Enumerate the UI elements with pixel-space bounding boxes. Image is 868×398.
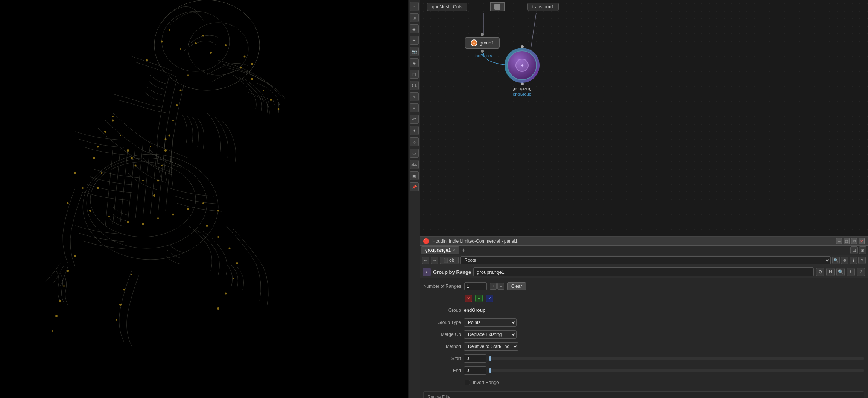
toolbar-diamond-btn[interactable]: ◈ bbox=[410, 58, 419, 67]
nav-back-btn[interactable]: ← bbox=[422, 257, 429, 264]
toolbar-arrows-btn[interactable]: ⊹ bbox=[410, 137, 419, 146]
props-content: Number of Ranges + − Clear ✕ + ✓ Group e… bbox=[420, 278, 868, 398]
check-action-icon[interactable]: ✓ bbox=[486, 295, 493, 302]
end-slider[interactable] bbox=[489, 369, 864, 372]
svg-point-62 bbox=[164, 149, 167, 152]
node-graph[interactable]: gonMesh_Cuts transform1 ● group1 startPo… bbox=[420, 0, 868, 236]
nav-forward-btn[interactable]: → bbox=[431, 257, 438, 264]
invert-range-checkbox[interactable] bbox=[465, 380, 470, 385]
maximize2-btn[interactable]: ⧉ bbox=[851, 238, 857, 244]
tab-view-btn1[interactable]: ⊡ bbox=[850, 246, 858, 254]
svg-point-8 bbox=[202, 35, 204, 37]
group-type-select[interactable]: Points Edges Primitives bbox=[464, 318, 517, 327]
svg-point-40 bbox=[229, 248, 231, 249]
node-transform1[interactable]: transform1 bbox=[527, 3, 559, 11]
delete-action-icon[interactable]: ✕ bbox=[465, 295, 472, 302]
group-type-row: Group Type Points Edges Primitives bbox=[423, 317, 864, 327]
svg-point-37 bbox=[217, 210, 219, 212]
toolbar-camera-btn[interactable]: 📷 bbox=[410, 47, 419, 56]
svg-point-70 bbox=[112, 120, 114, 122]
toolbar-abc-btn[interactable]: abc bbox=[410, 160, 419, 169]
ranges-increment-btn[interactable]: + bbox=[490, 283, 497, 290]
props-info-icon[interactable]: ℹ bbox=[847, 268, 855, 276]
toolbar-knife-btn[interactable]: ⚔ bbox=[410, 103, 419, 112]
toolbar-wand-btn[interactable]: ✦ bbox=[410, 126, 419, 135]
props-search-icon[interactable]: 🔍 bbox=[836, 268, 845, 276]
props-node-icon: ✦ bbox=[423, 268, 431, 276]
props-h-icon[interactable]: H bbox=[826, 268, 835, 276]
start-slider[interactable] bbox=[489, 357, 864, 360]
svg-point-69 bbox=[120, 135, 121, 136]
svg-point-31 bbox=[127, 221, 129, 223]
nav-path-select[interactable]: Roots bbox=[460, 256, 831, 264]
svg-point-20 bbox=[112, 116, 114, 117]
svg-point-19 bbox=[278, 108, 280, 110]
svg-point-64 bbox=[157, 180, 159, 182]
svg-point-33 bbox=[157, 217, 159, 219]
svg-point-51 bbox=[63, 285, 65, 287]
toolbar-circle-btn[interactable]: ◉ bbox=[410, 24, 419, 33]
nav-help-btn[interactable]: ? bbox=[858, 257, 866, 264]
props-name-input[interactable] bbox=[473, 267, 814, 276]
tab-view-btn2[interactable]: ◉ bbox=[859, 246, 866, 254]
nav-search-btn[interactable]: 🔍 bbox=[832, 257, 840, 264]
svg-point-73 bbox=[97, 187, 99, 189]
close-btn[interactable]: ✕ bbox=[859, 238, 865, 244]
clear-btn[interactable]: Clear bbox=[507, 282, 526, 290]
nav-settings-btn[interactable]: ⚙ bbox=[841, 257, 848, 264]
number-of-ranges-input[interactable] bbox=[464, 282, 487, 290]
svg-point-15 bbox=[240, 67, 242, 69]
svg-point-43 bbox=[225, 293, 227, 295]
svg-point-68 bbox=[127, 149, 129, 152]
range-filter-section: Range Filter Select of bbox=[423, 391, 864, 398]
node-grouprange1[interactable]: ✦ grouprang endGroup bbox=[506, 45, 538, 97]
toolbar-pin-btn[interactable]: 📌 bbox=[410, 182, 419, 191]
action-icons-row: ✕ + ✓ bbox=[423, 293, 864, 303]
tab-close-icon[interactable]: ✕ bbox=[452, 248, 455, 252]
ranges-decrement-btn[interactable]: − bbox=[497, 283, 504, 290]
props-header: ✦ Group by Range ⚙ H 🔍 ℹ ? bbox=[420, 266, 868, 278]
add-action-icon[interactable]: + bbox=[475, 295, 483, 302]
svg-point-42 bbox=[233, 278, 234, 279]
svg-point-11 bbox=[225, 44, 227, 46]
tab-add-btn[interactable]: + bbox=[460, 247, 467, 254]
svg-point-56 bbox=[251, 63, 253, 65]
svg-point-71 bbox=[93, 157, 95, 159]
props-gear-icon[interactable]: ⚙ bbox=[816, 268, 824, 276]
toolbar-square-btn[interactable]: ◫ bbox=[410, 70, 419, 79]
window-title: Houdini Indie Limited-Commercial - panel… bbox=[432, 238, 518, 244]
svg-point-55 bbox=[244, 56, 246, 58]
svg-point-67 bbox=[135, 165, 137, 167]
toolbar-grid-btn[interactable]: ⊞ bbox=[410, 13, 419, 22]
toolbar-home-btn[interactable]: ⌂ bbox=[410, 2, 419, 11]
method-row: Method Relative to Start/End Absolute bbox=[423, 342, 864, 351]
toolbar-num1-btn[interactable]: 1.2 bbox=[410, 81, 419, 90]
maximize-btn[interactable]: □ bbox=[844, 238, 850, 244]
svg-point-52 bbox=[59, 300, 61, 302]
minimize-btn[interactable]: ─ bbox=[836, 238, 842, 244]
svg-point-57 bbox=[187, 74, 189, 76]
toolbar-image-btn[interactable]: ▣ bbox=[410, 171, 419, 180]
svg-point-61 bbox=[169, 135, 170, 137]
right-panel: gonMesh_Cuts transform1 ● group1 startPo… bbox=[420, 0, 868, 398]
toolbar-num2-btn[interactable]: 42 bbox=[410, 115, 419, 124]
svg-point-29 bbox=[89, 210, 91, 212]
tab-bar: grouprange1 ✕ + ⊡ ◉ bbox=[420, 246, 868, 255]
toolbar-sun-btn[interactable]: ☀ bbox=[410, 36, 419, 45]
tab-grouprange1[interactable]: grouprange1 ✕ bbox=[421, 246, 459, 254]
start-input[interactable] bbox=[464, 354, 486, 363]
props-help-icon[interactable]: ? bbox=[857, 268, 865, 276]
end-input[interactable] bbox=[464, 366, 486, 375]
method-select[interactable]: Relative to Start/End Absolute bbox=[464, 342, 518, 351]
nav-obj-btn[interactable]: ⬛ obj bbox=[440, 257, 459, 264]
toolbar-edit-btn[interactable]: ✎ bbox=[410, 92, 419, 101]
toolbar-rect-btn[interactable]: ▭ bbox=[410, 149, 419, 158]
svg-point-10 bbox=[210, 52, 212, 54]
node-gonmesh-cuts[interactable]: gonMesh_Cuts bbox=[427, 3, 467, 11]
merge-op-select[interactable]: Replace Existing Union Intersect bbox=[464, 330, 517, 339]
viewport bbox=[0, 0, 408, 398]
node-group1[interactable]: ● group1 startPoints bbox=[465, 33, 500, 58]
svg-point-30 bbox=[108, 216, 110, 217]
nav-info-btn[interactable]: ℹ bbox=[850, 257, 857, 264]
svg-point-9 bbox=[180, 48, 181, 50]
